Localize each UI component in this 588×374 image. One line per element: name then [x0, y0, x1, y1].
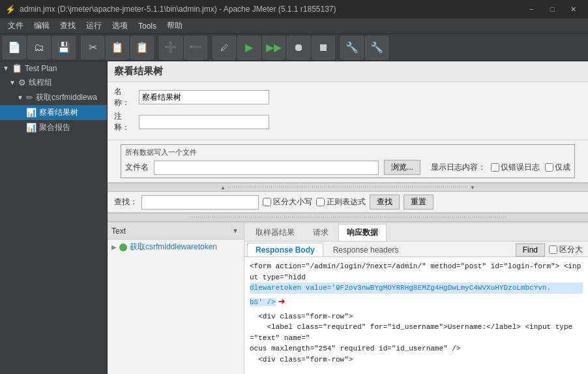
case-sensitive-option[interactable]: 区分大小写	[263, 196, 312, 208]
content-area[interactable]: <form action="/admin/login/?next=/admin/…	[244, 257, 588, 374]
menu-help[interactable]: 帮助	[162, 19, 188, 33]
file-row: 文件名 浏览... 显示日志内容： 仅错误日志 仅成	[125, 160, 570, 175]
tree-label-viewresult: 察看结果树	[39, 107, 78, 118]
toolbar-stop[interactable]: ⏹	[312, 36, 335, 59]
search-input[interactable]	[141, 195, 259, 210]
results-list-header: Text ▼	[108, 223, 244, 240]
content-line-3: bS' />➜	[250, 294, 583, 311]
toolbar-copy[interactable]: 📋	[106, 36, 129, 59]
log-option1[interactable]: 仅错误日志	[491, 162, 540, 173]
toolbar-settings1[interactable]: 🔧	[340, 36, 364, 59]
tree-item-csrf[interactable]: ▼ ✏ 获取csrfmiddlewa	[0, 90, 107, 105]
tab-sampler-result[interactable]: 取样器结果	[247, 224, 303, 241]
content-line-4: <div class="form-row">	[250, 311, 583, 322]
menu-options[interactable]: 选项	[107, 19, 133, 33]
threadgroup-icon: ⚙	[18, 78, 26, 87]
content-line-7: ocus maxlength="254" required id="id_use…	[250, 343, 583, 354]
file-input[interactable]	[154, 161, 379, 175]
sub-tabs-left: Response Body Response headers	[247, 243, 408, 257]
menu-search[interactable]: 查找	[55, 19, 81, 33]
menu-file[interactable]: 文件	[3, 19, 29, 33]
scroll-down-icon[interactable]: ▼	[470, 185, 475, 191]
name-input[interactable]	[139, 90, 269, 104]
section-header: 察看结果树	[108, 61, 588, 82]
log-display-label: 显示日志内容：	[431, 162, 486, 173]
toolbar-remove[interactable]: ➖	[184, 36, 207, 59]
right-panel: 察看结果树 名称： 注释： 所有数据写入一个文件 文件名 浏览... 显示日志内…	[108, 61, 588, 374]
results-list: Text ▼ ▶ 获取csrfmiddlewaretoken	[108, 223, 244, 374]
window-controls: − □ ✕	[522, 2, 583, 16]
browse-button[interactable]: 浏览...	[384, 160, 420, 175]
tree-label-testplan: Test Plan	[25, 64, 57, 73]
reset-button[interactable]: 重置	[404, 195, 434, 210]
tree-toggle[interactable]: ▼	[3, 65, 10, 72]
log-checkbox2[interactable]	[545, 163, 553, 172]
aggregate-icon: 📊	[26, 123, 37, 132]
tree-item-testplan[interactable]: ▼ 📋 Test Plan	[0, 61, 107, 75]
content-line-9: <div class="form-row">	[250, 354, 583, 366]
name-row: 名称：	[114, 86, 581, 108]
find-button[interactable]: 查找	[370, 195, 400, 210]
toolbar-run[interactable]: ▶	[237, 36, 261, 59]
tree-item-viewresult[interactable]: 📊 察看结果树	[0, 105, 107, 120]
log-option2[interactable]: 仅成	[545, 162, 570, 173]
toolbar-run-all[interactable]: ▶▶	[262, 36, 286, 59]
toolbar-cut[interactable]: ✂	[81, 36, 104, 59]
tree-toggle	[17, 109, 25, 116]
toolbar: 📄 🗂 💾 ✂ 📋 📋 ➕ ➖ 🖊 ▶ ▶▶ ⏺ ⏹ 🔧 🔧	[0, 34, 588, 61]
log-checkbox1[interactable]	[491, 163, 499, 172]
sub-tabs-bar: Response Body Response headers Find 区分大	[244, 242, 588, 257]
tab-request[interactable]: 请求	[304, 224, 337, 241]
highlight-span: bS' />	[250, 298, 276, 306]
toolbar-add[interactable]: ➕	[159, 36, 183, 59]
scroll-divider2: ⋯⋯⋯⋯⋯⋯⋯⋯⋯⋯⋯⋯⋯⋯⋯⋯⋯⋯⋯⋯⋯⋯⋯⋯⋯⋯⋯⋯⋯⋯⋯⋯⋯⋯⋯⋯⋯⋯⋯⋯…	[108, 213, 588, 222]
csrf-icon: ✏	[26, 93, 33, 102]
name-label: 名称：	[114, 86, 134, 108]
tree-label-threadgroup: 线程组	[29, 77, 52, 88]
toolbar-record[interactable]: ⏺	[287, 36, 310, 59]
menu-edit[interactable]: 编辑	[29, 19, 55, 33]
scroll-up-icon[interactable]: ▲	[220, 185, 226, 191]
tree-label-csrf: 获取csrfmiddlewa	[36, 92, 97, 103]
regex-option[interactable]: 正则表达式	[316, 196, 366, 208]
toolbar-settings2[interactable]: 🔧	[365, 36, 389, 59]
close-button[interactable]: ✕	[563, 2, 583, 16]
find-case-checkbox[interactable]	[549, 245, 557, 254]
minimize-button[interactable]: −	[522, 2, 541, 16]
toolbar-save[interactable]: 💾	[52, 36, 76, 59]
file-section: 所有数据写入一个文件 文件名 浏览... 显示日志内容： 仅错误日志 仅成	[108, 140, 588, 183]
status-icon	[119, 243, 127, 251]
menu-run[interactable]: 运行	[81, 19, 107, 33]
comment-input[interactable]	[139, 115, 269, 129]
tab-response-data[interactable]: 响应数据	[338, 224, 387, 241]
case-sensitive-checkbox[interactable]	[263, 198, 271, 206]
toolbar-edit[interactable]: 🖊	[213, 36, 236, 59]
results-pane: Text ▼ ▶ 获取csrfmiddlewaretoken 取样器结果 请求	[108, 222, 588, 374]
subtab-response-body[interactable]: Response Body	[247, 243, 323, 257]
left-panel: ▼ 📋 Test Plan ▼ ⚙ 线程组 ▼ ✏ 获取csrfmiddlewa…	[0, 61, 108, 374]
tree-item-aggregate[interactable]: 📊 聚合报告	[0, 120, 107, 135]
file-label: 文件名	[125, 162, 149, 173]
col-sort-icon[interactable]: ▼	[229, 227, 241, 234]
toolbar-paste[interactable]: 📋	[130, 36, 154, 59]
content-line-6: <label class="required" for="id_username…	[250, 322, 583, 343]
maximize-button[interactable]: □	[542, 2, 562, 16]
testplan-icon: 📋	[12, 63, 22, 73]
search-bar: 查找： 区分大小写 正则表达式 查找 重置	[108, 192, 588, 213]
tree-item-threadgroup[interactable]: ▼ ⚙ 线程组	[0, 75, 107, 90]
toolbar-open[interactable]: 🗂	[27, 36, 51, 59]
result-item[interactable]: ▶ 获取csrfmiddlewaretoken	[108, 240, 244, 255]
form-area: 名称： 注释：	[108, 82, 588, 140]
subtab-response-headers[interactable]: Response headers	[325, 243, 407, 257]
sub-tabs-right: Find 区分大	[516, 243, 585, 257]
toolbar-new[interactable]: 📄	[3, 36, 26, 59]
comment-label: 注释：	[114, 111, 134, 133]
regex-checkbox[interactable]	[316, 198, 325, 206]
tree-toggle[interactable]: ▼	[17, 94, 25, 101]
section-title: 察看结果树	[114, 65, 163, 76]
find-case-option[interactable]: 区分大	[549, 244, 583, 255]
col-text-header: Text	[110, 226, 229, 236]
menu-tools[interactable]: Tools	[133, 20, 162, 32]
find-in-response-button[interactable]: Find	[516, 243, 545, 257]
tree-toggle[interactable]: ▼	[9, 79, 17, 86]
